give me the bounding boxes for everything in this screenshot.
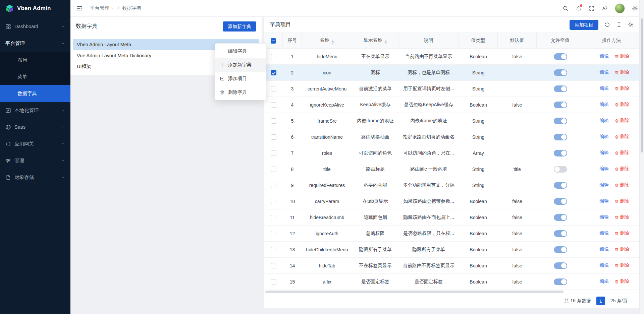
sidebar-item-layout[interactable]: 布局 xyxy=(0,52,70,68)
delete-row-link[interactable]: 删除 xyxy=(614,278,629,285)
delete-row-link[interactable]: 删除 xyxy=(614,134,629,140)
sidebar-item-object-storage[interactable]: 对象存储 xyxy=(0,169,70,186)
notifications-button[interactable] xyxy=(576,5,582,11)
horizontal-scrollbar[interactable] xyxy=(264,290,639,294)
sort-asc-icon[interactable] xyxy=(331,40,334,42)
nullable-toggle[interactable] xyxy=(554,118,567,124)
nullable-toggle[interactable] xyxy=(554,230,567,237)
row-checkbox[interactable] xyxy=(271,199,276,204)
nullable-toggle[interactable] xyxy=(554,166,567,173)
nullable-toggle[interactable] xyxy=(554,102,567,108)
row-checkbox[interactable] xyxy=(271,86,276,91)
row-checkbox[interactable] xyxy=(271,150,276,156)
breadcrumb-item-platform[interactable]: 平台管理 xyxy=(90,5,115,11)
sidebar-item-localization[interactable]: 本地化管理 xyxy=(0,102,70,119)
row-checkbox[interactable] xyxy=(271,247,276,252)
sort-icons[interactable] xyxy=(384,40,387,44)
row-checkbox[interactable] xyxy=(271,70,276,75)
nullable-toggle[interactable] xyxy=(554,85,567,92)
nullable-toggle[interactable] xyxy=(554,214,567,221)
edit-row-link[interactable]: 编辑 xyxy=(594,85,609,91)
edit-row-link[interactable]: 编辑 xyxy=(594,278,609,285)
add-item-button[interactable]: 添加项目 xyxy=(570,20,598,30)
edit-row-link[interactable]: 编辑 xyxy=(594,230,609,236)
sidebar-item-app-gateway[interactable]: 应用网关 xyxy=(0,135,70,152)
nullable-toggle[interactable] xyxy=(554,69,567,76)
sort-desc-icon[interactable] xyxy=(331,43,334,44)
edit-row-link[interactable]: 编辑 xyxy=(594,166,609,172)
select-all-checkbox[interactable] xyxy=(271,38,276,44)
nullable-toggle[interactable] xyxy=(554,262,567,269)
delete-row-link[interactable]: 删除 xyxy=(614,214,629,220)
sidebar-item-menu[interactable]: 菜单 xyxy=(0,68,70,85)
sort-asc-icon[interactable] xyxy=(384,40,387,42)
user-avatar[interactable] xyxy=(615,3,625,13)
nullable-toggle[interactable] xyxy=(554,150,567,156)
edit-row-link[interactable]: 编辑 xyxy=(594,69,609,75)
row-checkbox[interactable] xyxy=(271,215,276,220)
edit-row-link[interactable]: 编辑 xyxy=(594,118,609,124)
fullscreen-icon[interactable] xyxy=(589,5,595,11)
context-menu-item[interactable]: 添加新字典 xyxy=(215,58,266,72)
delete-row-link[interactable]: 删除 xyxy=(614,262,629,268)
nullable-toggle[interactable] xyxy=(554,53,567,60)
refresh-icon[interactable] xyxy=(604,22,610,27)
row-checkbox[interactable] xyxy=(271,54,276,59)
edit-row-link[interactable]: 编辑 xyxy=(594,198,609,204)
delete-row-link[interactable]: 删除 xyxy=(614,230,629,236)
context-menu-item[interactable]: 删除字典 xyxy=(215,85,266,99)
row-checkbox[interactable] xyxy=(271,118,276,124)
nullable-toggle[interactable] xyxy=(554,134,567,140)
row-height-icon[interactable] xyxy=(616,22,622,27)
column-header[interactable]: 显示名称 xyxy=(352,33,398,49)
page-size-select[interactable]: 25 条/页 xyxy=(610,298,633,304)
vertical-scrollbar[interactable] xyxy=(639,0,644,314)
edit-row-link[interactable]: 编辑 xyxy=(594,182,609,188)
delete-row-link[interactable]: 删除 xyxy=(614,53,629,59)
sidebar-item-dashboard[interactable]: Dashboard xyxy=(0,18,70,35)
edit-row-link[interactable]: 编辑 xyxy=(594,150,609,156)
row-checkbox[interactable] xyxy=(271,167,276,172)
edit-row-link[interactable]: 编辑 xyxy=(594,262,609,268)
edit-row-link[interactable]: 编辑 xyxy=(594,102,609,108)
sidebar-item-management[interactable]: 管理 xyxy=(0,152,70,169)
breadcrumb-item-data-dictionary[interactable]: 数据字典 xyxy=(122,5,142,11)
add-dictionary-button[interactable]: 添加新字典 xyxy=(223,21,256,32)
delete-row-link[interactable]: 删除 xyxy=(614,166,629,172)
page-1-button[interactable]: 1 xyxy=(596,297,605,305)
delete-row-link[interactable]: 删除 xyxy=(614,102,629,108)
horizontal-scrollbar-thumb[interactable] xyxy=(265,291,564,293)
sidebar-item-data-dictionary[interactable]: 数据字典 xyxy=(0,85,70,102)
delete-row-link[interactable]: 删除 xyxy=(614,118,629,124)
delete-row-link[interactable]: 删除 xyxy=(614,85,629,91)
edit-row-link[interactable]: 编辑 xyxy=(594,53,609,59)
table-settings-icon[interactable] xyxy=(628,22,634,27)
column-header[interactable]: 名称 xyxy=(302,33,352,49)
vertical-scrollbar-thumb[interactable] xyxy=(641,18,643,152)
nullable-toggle[interactable] xyxy=(554,198,567,205)
sort-icons[interactable] xyxy=(331,40,334,44)
translate-icon[interactable] xyxy=(602,5,608,11)
sort-desc-icon[interactable] xyxy=(384,43,387,44)
row-checkbox[interactable] xyxy=(271,279,276,285)
delete-row-link[interactable]: 删除 xyxy=(614,246,629,252)
nullable-toggle[interactable] xyxy=(554,278,567,285)
row-checkbox[interactable] xyxy=(271,263,276,268)
preferences-gear-icon[interactable] xyxy=(632,5,638,11)
delete-row-link[interactable]: 删除 xyxy=(614,150,629,156)
delete-row-link[interactable]: 删除 xyxy=(614,198,629,204)
context-menu-item[interactable]: 编辑字典 xyxy=(215,44,266,58)
row-checkbox[interactable] xyxy=(271,183,276,188)
nullable-toggle[interactable] xyxy=(554,182,567,189)
row-checkbox[interactable] xyxy=(271,102,276,108)
nullable-toggle[interactable] xyxy=(554,246,567,253)
edit-row-link[interactable]: 编辑 xyxy=(594,214,609,220)
edit-row-link[interactable]: 编辑 xyxy=(594,134,609,140)
row-checkbox[interactable] xyxy=(271,231,276,236)
delete-row-link[interactable]: 删除 xyxy=(614,69,629,75)
sidebar-item-platform-management[interactable]: 平台管理 xyxy=(0,35,70,52)
row-checkbox[interactable] xyxy=(271,134,276,140)
collapse-sidebar-icon[interactable] xyxy=(76,5,83,11)
edit-row-link[interactable]: 编辑 xyxy=(594,246,609,252)
context-menu-item[interactable]: 添加项目 xyxy=(215,72,266,85)
